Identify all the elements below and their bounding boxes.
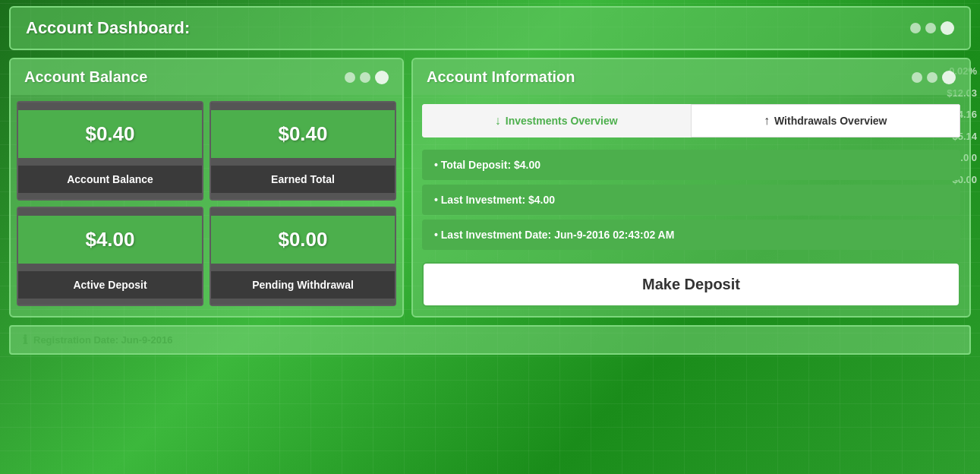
card-footer-bar-3 [18,299,202,305]
account-info-header: Account Information [413,59,969,95]
info-panel-dots [912,71,956,84]
investments-arrow-icon: ↓ [495,114,501,128]
overview-tabs: ↓ Investments Overview ↑ Withdrawals Ove… [422,104,960,137]
account-balance-amount: $0.40 [18,110,202,158]
withdrawals-arrow-icon: ↑ [764,114,770,128]
header-dot-1 [910,23,921,33]
withdrawals-tab-label: Withdrawals Overview [774,115,887,127]
balance-panel-dots [345,71,389,84]
header-dots [910,21,954,35]
page-title: Account Dashboard: [26,18,190,38]
balance-dot-3 [375,71,389,84]
account-info-panel: Account Information ↓ Investments Overvi… [411,58,971,318]
pending-withdrawal-card: $0.00 Pending Withdrawal [210,207,396,306]
last-investment-label: • Last Investment: [434,194,528,206]
investments-tab-label: Investments Overview [506,115,618,127]
active-deposit-amount: $4.00 [18,216,202,264]
tab-withdrawals[interactable]: ↑ Withdrawals Overview [691,104,961,137]
last-investment-date-value: Jun-9-2016 02:43:02 AM [554,229,674,241]
last-investment-value: $4.00 [528,194,555,206]
header-bar: Account Dashboard: [9,6,971,50]
account-balance-title: Account Balance [24,68,147,86]
card-top-bar-2 [211,103,395,110]
make-deposit-button[interactable]: Make Deposit [422,262,960,307]
account-balance-label: Account Balance [18,166,202,193]
tab-investments[interactable]: ↓ Investments Overview [422,104,691,137]
header-dot-2 [925,23,936,33]
card-top-bar-4 [211,208,395,216]
header-dot-3 [941,21,954,35]
info-dot-1 [912,72,922,83]
balance-dot-1 [345,72,355,83]
card-bottom-bar-4 [211,264,395,271]
account-info-title: Account Information [427,68,575,86]
total-deposit-value: $4.00 [514,159,540,171]
card-footer-bar [18,193,202,199]
info-dot-2 [927,72,937,83]
info-icon: ℹ [23,333,27,347]
last-investment-row: • Last Investment: $4.00 [422,185,960,215]
earned-total-amount: $0.40 [211,110,395,158]
account-info-body: ↓ Investments Overview ↑ Withdrawals Ove… [413,95,969,316]
account-balance-card: $0.40 Account Balance [17,101,203,201]
last-investment-date-row: • Last Investment Date: Jun-9-2016 02:43… [422,220,960,250]
card-footer-bar-4 [211,299,395,305]
earned-total-card: $0.40 Earned Total [210,101,396,201]
active-deposit-label: Active Deposit [18,271,202,299]
balance-cards-grid: $0.40 Account Balance $0.40 Earned Total [11,95,402,312]
account-balance-panel: Account Balance $0.40 Account Balance [9,58,404,318]
info-dot-3 [942,71,956,84]
card-bottom-bar-2 [211,158,395,166]
card-top-bar-3 [18,208,202,216]
footer-registration-text: Registration Date: Jun-9-2016 [33,334,173,346]
total-deposit-row: • Total Deposit: $4.00 [422,150,960,180]
active-deposit-card: $4.00 Active Deposit [17,207,203,306]
footer-bar: ℹ Registration Date: Jun-9-2016 [9,325,971,355]
pending-withdrawal-label: Pending Withdrawal [211,271,395,299]
card-top-bar [18,103,202,110]
card-bottom-bar [18,158,202,166]
pending-withdrawal-amount: $0.00 [211,216,395,264]
last-investment-date-label: • Last Investment Date: [434,229,554,241]
total-deposit-label: • Total Deposit: [434,159,514,171]
earned-total-label: Earned Total [211,166,395,193]
card-footer-bar-2 [211,193,395,199]
account-balance-header: Account Balance [11,59,402,95]
balance-dot-2 [360,72,370,83]
card-bottom-bar-3 [18,264,202,271]
